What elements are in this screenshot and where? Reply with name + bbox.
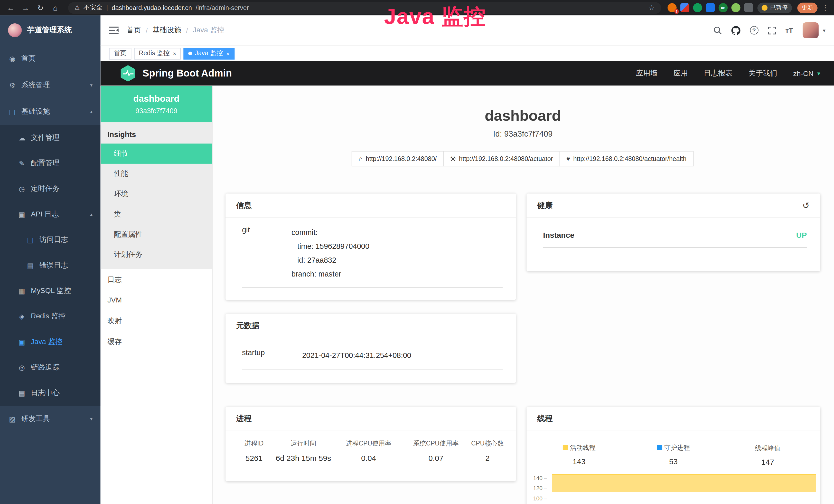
nav-journal[interactable]: 日志报表 bbox=[704, 69, 732, 78]
sidebar-item-config[interactable]: ✎ 配置管理 bbox=[0, 151, 101, 176]
tab-paused-badge[interactable]: 已暂停 bbox=[758, 2, 792, 13]
font-size-icon[interactable]: тT bbox=[786, 26, 793, 35]
instance-id: 93a3fc7f7409 bbox=[105, 107, 208, 115]
sidebar-item-dev-tools[interactable]: ▨ 研发工具 ▾ bbox=[0, 406, 101, 432]
close-icon[interactable]: × bbox=[173, 50, 176, 57]
sba-item-classes[interactable]: 类 bbox=[101, 204, 212, 224]
sidebar-item-infra[interactable]: ▤ 基础设施 ▴ bbox=[0, 98, 101, 125]
status-badge: UP bbox=[796, 231, 807, 239]
sba-item-mappings[interactable]: 映射 bbox=[101, 311, 212, 331]
sidebar-item-home[interactable]: ◉ 首页 bbox=[0, 45, 101, 72]
sidebar-item-redis[interactable]: ◈ Redis 监控 bbox=[0, 303, 101, 329]
cloud-icon: ☁ bbox=[18, 134, 26, 142]
sidebar-item-java-monitor[interactable]: ▣ Java 监控 bbox=[0, 329, 101, 354]
infra-icon: ▤ bbox=[8, 108, 17, 116]
sba-item-environment[interactable]: 环境 bbox=[101, 184, 212, 204]
edit-icon: ✎ bbox=[18, 159, 26, 167]
nav-applications[interactable]: 应用 bbox=[674, 69, 688, 78]
address-bar[interactable]: ⚠ 不安全 | dashboard.yudao.iocoder.cn/infra… bbox=[68, 2, 661, 14]
sidebar-item-system[interactable]: ⚙ 系统管理 ▾ bbox=[0, 72, 101, 98]
y-axis-tick: 120 bbox=[527, 485, 547, 491]
process-table: 进程ID5261 运行时间6d 23h 15m 59s 进程CPU使用率0.04… bbox=[233, 431, 509, 462]
sidebar-item-access-log[interactable]: ▤ 访问日志 bbox=[0, 227, 101, 252]
reload-icon[interactable]: ↻ bbox=[34, 1, 47, 14]
chevron-up-icon: ▴ bbox=[90, 211, 92, 217]
sidebar-item-log-center[interactable]: ▤ 日志中心 bbox=[0, 380, 101, 406]
right-card-column: 健康 ↺ Instance UP 线程 bbox=[527, 193, 820, 504]
github-icon[interactable] bbox=[731, 26, 740, 35]
threads-legend: 活动线程 143 守护进程 53 线程峰值 14 bbox=[527, 431, 820, 466]
avatar-caret-icon[interactable]: ▾ bbox=[823, 27, 825, 33]
breadcrumb-infra[interactable]: 基础设施 bbox=[153, 25, 181, 35]
sba-item-details[interactable]: 细节 bbox=[101, 143, 212, 164]
eye-icon: ◎ bbox=[18, 363, 26, 371]
app-frame: 芋道管理系统 ◉ 首页 ⚙ 系统管理 ▾ ▤ 基础设施 ▴ ☁ 文件管理 bbox=[0, 16, 834, 504]
sba-item-logs[interactable]: 日志 bbox=[101, 269, 212, 290]
instance-header: dashboard 93a3fc7f7409 bbox=[101, 86, 212, 122]
sidebar-item-file[interactable]: ☁ 文件管理 bbox=[0, 125, 101, 151]
breadcrumb-separator: / bbox=[186, 26, 188, 35]
sba-item-jvm[interactable]: JVM bbox=[101, 290, 212, 311]
sidebar-item-error-log[interactable]: ▤ 错误日志 bbox=[0, 253, 101, 278]
tag-home[interactable]: 首页 bbox=[109, 47, 132, 59]
sba-item-config-props[interactable]: 配置属性 bbox=[101, 224, 212, 245]
back-icon[interactable]: ← bbox=[4, 1, 17, 14]
sidebar-item-trace[interactable]: ◎ 链路追踪 bbox=[0, 354, 101, 380]
close-icon[interactable]: × bbox=[226, 50, 229, 57]
monitor-icon: ▣ bbox=[18, 338, 26, 346]
process-card: 进程 进程ID5261 运行时间6d 23h 15m 59s 进程CPU使用率0… bbox=[225, 407, 516, 481]
fullscreen-icon[interactable] bbox=[768, 26, 776, 35]
search-icon[interactable] bbox=[713, 26, 722, 35]
hamburger-icon[interactable] bbox=[109, 27, 119, 34]
chevron-down-icon: ▾ bbox=[90, 416, 92, 421]
app-logo[interactable]: 芋道管理系统 bbox=[0, 16, 101, 45]
sidebar-item-mysql[interactable]: ▦ MySQL 监控 bbox=[0, 278, 101, 303]
database-icon: ▦ bbox=[18, 287, 26, 295]
sba-item-scheduled-tasks[interactable]: 计划任务 bbox=[101, 245, 212, 265]
tag-redis-monitor[interactable]: Redis 监控 × bbox=[134, 47, 181, 59]
user-avatar[interactable] bbox=[803, 22, 818, 38]
breadcrumb-home[interactable]: 首页 bbox=[127, 25, 141, 35]
leaf-extension-icon[interactable] bbox=[731, 3, 740, 12]
heart-icon: ♥ bbox=[566, 155, 570, 162]
sba-item-caches[interactable]: 缓存 bbox=[101, 331, 212, 352]
history-icon[interactable]: ↺ bbox=[803, 201, 810, 210]
check-extension-icon[interactable] bbox=[693, 3, 702, 12]
endpoint-links: ⌂ http://192.168.0.2:48080/ ⚒ http://192… bbox=[225, 151, 820, 166]
switch-on-label: on bbox=[719, 3, 728, 12]
sba-main: dashboard Id: 93a3fc7f7409 ⌂ http://192.… bbox=[213, 86, 834, 504]
extension-icon[interactable]: 1 bbox=[667, 3, 677, 12]
breadcrumb-separator: / bbox=[146, 26, 148, 35]
switch-extension-icon[interactable]: on bbox=[719, 3, 728, 12]
locale-select[interactable]: zh-CN ▾ bbox=[793, 69, 820, 77]
bookmark-star-icon[interactable]: ☆ bbox=[649, 4, 655, 12]
nav-wallboard[interactable]: 应用墙 bbox=[636, 69, 658, 78]
endpoint-health-url[interactable]: ♥ http://192.168.0.2:48080/actuator/heal… bbox=[559, 151, 694, 166]
nav-about[interactable]: 关于我们 bbox=[748, 69, 777, 78]
sba-sidebar: dashboard 93a3fc7f7409 Insights 细节 性能 环境… bbox=[101, 86, 213, 504]
endpoint-actuator-url[interactable]: ⚒ http://192.168.0.2:48080/actuator bbox=[443, 151, 560, 166]
browser-menu-icon[interactable]: ⋮ bbox=[822, 4, 829, 12]
help-icon[interactable]: ? bbox=[750, 26, 758, 35]
puzzle-extension-icon[interactable] bbox=[744, 3, 753, 12]
redis-icon: ◈ bbox=[18, 313, 26, 320]
breadcrumb: 首页 / 基础设施 / Java 监控 bbox=[127, 25, 224, 35]
dashboard-icon: ◉ bbox=[8, 54, 17, 62]
wrench-icon: ⚒ bbox=[450, 155, 456, 162]
browser-home-icon[interactable]: ⌂ bbox=[49, 1, 62, 14]
infra-submenu: ☁ 文件管理 ✎ 配置管理 ◷ 定时任务 ▣ API 日志 ▴ ▤ bbox=[0, 125, 101, 406]
forward-icon[interactable]: → bbox=[19, 1, 32, 14]
tag-java-monitor[interactable]: Java 监控 × bbox=[184, 47, 234, 59]
sidebar-item-job[interactable]: ◷ 定时任务 bbox=[0, 176, 101, 201]
pin-extension-icon[interactable] bbox=[680, 3, 689, 12]
chevron-up-icon: ▴ bbox=[90, 109, 92, 115]
sidebar-item-api-log[interactable]: ▣ API 日志 ▴ bbox=[0, 202, 101, 227]
metadata-key: startup bbox=[242, 348, 302, 362]
app-header: 首页 / 基础设施 / Java 监控 ? bbox=[101, 16, 834, 45]
grid-extension-icon[interactable] bbox=[706, 3, 715, 12]
chrome-update-button[interactable]: 更新 bbox=[797, 2, 817, 13]
sba-brand[interactable]: Spring Boot Admin bbox=[120, 65, 232, 82]
health-instance-row[interactable]: Instance UP bbox=[543, 218, 807, 248]
endpoint-base-url[interactable]: ⌂ http://192.168.0.2:48080/ bbox=[352, 151, 444, 166]
sba-item-metrics[interactable]: 性能 bbox=[101, 164, 212, 184]
